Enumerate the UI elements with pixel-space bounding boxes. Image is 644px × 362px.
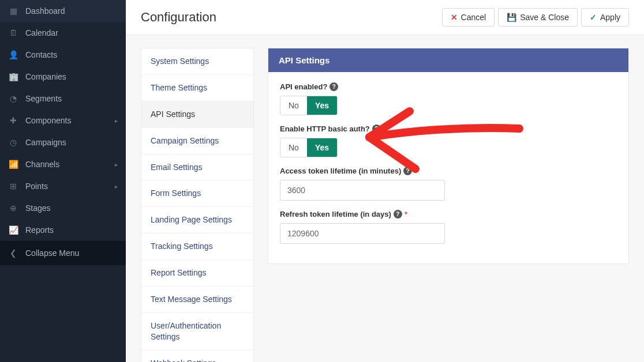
sidebar-item-label: Companies	[25, 72, 66, 81]
settings-nav-api[interactable]: API Settings	[141, 101, 253, 128]
api-enabled-toggle: No Yes	[280, 96, 338, 115]
sidebar-item-label: Contacts	[25, 50, 57, 59]
sidebar-item-label: Dashboard	[25, 6, 65, 16]
close-icon: ✕	[451, 13, 458, 22]
chevron-left-icon: ❮	[8, 248, 18, 258]
settings-nav-label: Report Settings	[151, 268, 207, 277]
panel-title: API Settings	[268, 48, 628, 72]
calculator-icon: ⊞	[8, 182, 18, 191]
settings-nav-label: Campaign Settings	[151, 136, 219, 145]
chevron-right-icon: ▸	[115, 183, 118, 190]
pie-icon: ◔	[8, 94, 18, 103]
api-enabled-yes[interactable]: Yes	[307, 96, 337, 115]
sidebar-item-stages[interactable]: ⊕ Stages	[0, 197, 126, 219]
settings-nav-campaign[interactable]: Campaign Settings	[141, 128, 253, 154]
sidebar-item-label: Stages	[25, 203, 51, 213]
help-icon[interactable]: ?	[403, 167, 412, 175]
settings-nav-label: Email Settings	[151, 163, 202, 172]
settings-nav-system[interactable]: System Settings	[141, 48, 253, 75]
settings-nav-webhook[interactable]: Webhook Settings	[141, 350, 253, 362]
sidebar-item-label: Segments	[25, 94, 62, 103]
settings-nav: System Settings Theme Settings API Setti…	[141, 48, 254, 362]
sidebar-item-contacts[interactable]: 👤 Contacts	[0, 44, 126, 66]
sidebar-item-label: Calendar	[25, 28, 58, 37]
plugin-icon: ✚	[8, 116, 18, 125]
required-marker: *	[405, 210, 407, 218]
settings-nav-label: Webhook Settings	[151, 359, 216, 362]
building-icon: 🏢	[8, 72, 18, 81]
access-token-label: Access token lifetime (in minutes)	[280, 167, 401, 175]
main-content: Configuration ✕ Cancel 💾 Save & Close ✓ …	[126, 0, 644, 362]
rss-icon: 📶	[8, 160, 18, 169]
http-basic-no[interactable]: No	[280, 138, 307, 157]
sidebar-item-components[interactable]: ✚ Components ▸	[0, 110, 126, 131]
settings-nav-label: System Settings	[151, 56, 209, 66]
help-icon[interactable]: ?	[394, 210, 402, 218]
save-close-label: Save & Close	[520, 13, 569, 22]
calendar-icon: 🗓	[8, 28, 18, 37]
http-basic-toggle: No Yes	[280, 138, 338, 157]
settings-nav-report[interactable]: Report Settings	[141, 260, 253, 286]
settings-nav-label: Form Settings	[151, 188, 201, 198]
settings-nav-landing[interactable]: Landing Page Settings	[141, 207, 253, 233]
apply-label: Apply	[600, 13, 620, 22]
chart-icon: 📈	[8, 225, 18, 235]
sidebar-item-label: Points	[25, 182, 48, 191]
action-buttons: ✕ Cancel 💾 Save & Close ✓ Apply	[442, 8, 629, 27]
collapse-menu-button[interactable]: ❮ Collapse Menu	[0, 241, 126, 265]
cancel-button[interactable]: ✕ Cancel	[442, 8, 495, 27]
settings-nav-email[interactable]: Email Settings	[141, 154, 253, 181]
grid-icon: ▦	[8, 6, 18, 16]
settings-nav-user-auth[interactable]: User/Authentication Settings	[141, 313, 253, 350]
save-icon: 💾	[507, 13, 516, 22]
save-close-button[interactable]: 💾 Save & Close	[498, 8, 578, 27]
sidebar-item-campaigns[interactable]: ◷ Campaigns	[0, 131, 126, 153]
settings-nav-text[interactable]: Text Message Settings	[141, 286, 253, 313]
sidebar-item-channels[interactable]: 📶 Channels ▸	[0, 153, 126, 175]
sidebar-item-calendar[interactable]: 🗓 Calendar	[0, 22, 126, 44]
field-refresh-token: Refresh token lifetime (in days) ? *	[280, 210, 617, 244]
apply-button[interactable]: ✓ Apply	[581, 8, 629, 27]
settings-nav-form[interactable]: Form Settings	[141, 180, 253, 207]
settings-nav-label: User/Authentication Settings	[151, 321, 221, 341]
help-icon[interactable]: ?	[372, 125, 381, 133]
gauge-icon: ⊕	[8, 203, 18, 213]
topbar: Configuration ✕ Cancel 💾 Save & Close ✓ …	[126, 0, 644, 35]
settings-nav-tracking[interactable]: Tracking Settings	[141, 233, 253, 260]
api-enabled-no[interactable]: No	[280, 96, 307, 115]
sidebar-item-label: Reports	[25, 225, 54, 235]
page-title: Configuration	[141, 10, 216, 25]
sidebar-item-label: Components	[25, 116, 71, 125]
http-basic-yes[interactable]: Yes	[307, 138, 337, 157]
http-basic-label: Enable HTTP basic auth?	[280, 125, 370, 133]
check-icon: ✓	[590, 13, 597, 22]
settings-nav-label: Text Message Settings	[151, 295, 232, 304]
field-http-basic: Enable HTTP basic auth? ? No Yes	[280, 125, 617, 157]
refresh-token-label: Refresh token lifetime (in days)	[280, 210, 391, 218]
cancel-label: Cancel	[461, 13, 486, 22]
settings-nav-label: Theme Settings	[151, 83, 207, 92]
chevron-right-icon: ▸	[115, 118, 118, 124]
chevron-right-icon: ▸	[115, 161, 118, 168]
sidebar-item-label: Channels	[25, 160, 59, 169]
sidebar-item-label: Campaigns	[25, 138, 66, 147]
sidebar-item-points[interactable]: ⊞ Points ▸	[0, 175, 126, 197]
api-settings-panel: API Settings API enabled? ? No Yes	[268, 48, 629, 264]
settings-nav-label: API Settings	[151, 110, 195, 119]
access-token-input[interactable]	[280, 180, 445, 201]
clock-icon: ◷	[8, 138, 18, 147]
sidebar-item-segments[interactable]: ◔ Segments	[0, 88, 126, 110]
settings-nav-theme[interactable]: Theme Settings	[141, 75, 253, 101]
settings-nav-label: Landing Page Settings	[151, 215, 232, 224]
sidebar-item-reports[interactable]: 📈 Reports	[0, 219, 126, 241]
help-icon[interactable]: ?	[330, 82, 338, 91]
sidebar-item-companies[interactable]: 🏢 Companies	[0, 66, 126, 88]
field-access-token: Access token lifetime (in minutes) ? *	[280, 167, 617, 201]
required-marker: *	[414, 167, 417, 175]
collapse-menu-label: Collapse Menu	[25, 248, 79, 258]
main-sidebar: ▦ Dashboard 🗓 Calendar 👤 Contacts 🏢 Comp…	[0, 0, 126, 362]
refresh-token-input[interactable]	[280, 223, 445, 244]
sidebar-item-dashboard[interactable]: ▦ Dashboard	[0, 0, 126, 22]
settings-nav-label: Tracking Settings	[151, 242, 213, 251]
user-icon: 👤	[8, 50, 18, 59]
